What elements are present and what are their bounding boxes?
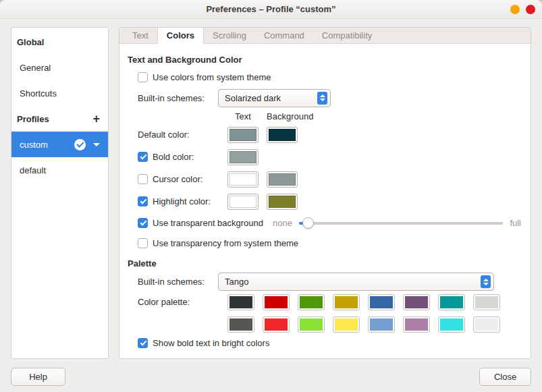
transparent-background-checkbox[interactable] — [138, 218, 148, 228]
palette-swatch[interactable] — [263, 294, 290, 310]
cursor-color-checkbox[interactable] — [138, 174, 148, 184]
window-controls — [510, 0, 535, 19]
sidebar-item-shortcuts[interactable]: Shortcuts — [11, 80, 108, 106]
show-bold-label: Show bold text in bright colors — [153, 338, 269, 348]
close-button[interactable]: Close — [479, 368, 531, 386]
palette-swatch[interactable] — [298, 316, 325, 333]
palette-swatch[interactable] — [403, 316, 430, 333]
cursor-color-row: Cursor color: — [138, 168, 521, 190]
chevron-up-icon — [483, 279, 489, 281]
profiles-header-label: Profiles — [17, 114, 49, 124]
swatch-fill — [440, 318, 463, 331]
palette-swatch[interactable] — [438, 294, 465, 310]
help-button[interactable]: Help — [11, 368, 65, 386]
slider-handle[interactable] — [302, 217, 314, 229]
highlight-color-row: Highlight color: — [138, 190, 521, 213]
profile-menu-caret-icon[interactable] — [93, 143, 100, 146]
system-transparency-label: Use transparency from system theme — [153, 238, 298, 248]
show-bold-row: Show bold text in bright colors — [138, 333, 521, 353]
palette-swatch[interactable] — [473, 316, 500, 333]
swatch-fill — [370, 296, 393, 308]
cursor-color-label: Cursor color: — [153, 174, 202, 184]
swatch-fill — [265, 296, 288, 308]
swatch-fill — [335, 318, 358, 331]
sidebar-item-default[interactable]: default — [11, 157, 108, 183]
palette-swatch[interactable] — [333, 294, 360, 310]
sidebar: Global General Shortcuts Profiles + cust… — [11, 27, 109, 359]
chevron-down-icon — [320, 99, 325, 101]
palette-schemes-row: Built-in schemes: Tango — [138, 271, 521, 293]
tab-bar: Text Colors Scrolling Command Compatibil… — [119, 28, 531, 44]
tab-scrolling[interactable]: Scrolling — [204, 28, 255, 43]
system-transparency-checkbox[interactable] — [138, 238, 148, 248]
chevron-down-icon — [483, 283, 489, 285]
bold-color-checkbox[interactable] — [138, 152, 148, 162]
default-text-color-swatch[interactable] — [227, 127, 259, 143]
transparent-background-label: Use transparent background — [153, 218, 263, 228]
color-palette-row: Color palette: — [138, 294, 521, 333]
swatch-fill — [229, 151, 256, 163]
tab-command[interactable]: Command — [255, 28, 313, 43]
palette-swatch[interactable] — [298, 294, 325, 310]
transparent-background-row: Use transparent background none full — [138, 213, 521, 233]
swatch-fill — [229, 318, 252, 331]
swatch-fill — [269, 196, 296, 208]
transparency-min-label: none — [273, 218, 292, 228]
builtin-schemes-select[interactable]: Solarized dark — [218, 89, 331, 107]
palette-swatch[interactable] — [368, 294, 395, 310]
highlight-color-checkbox[interactable] — [138, 196, 148, 206]
palette-swatch[interactable] — [227, 316, 254, 333]
color-column-headers: Text Background — [138, 109, 521, 123]
swatch-fill — [269, 173, 296, 186]
column-header-text: Text — [227, 111, 259, 121]
add-profile-button[interactable]: + — [92, 113, 100, 124]
titlebar[interactable]: Preferences – Profile “custom” — [0, 0, 542, 19]
column-header-background: Background — [267, 111, 313, 121]
palette-swatch[interactable] — [227, 294, 254, 310]
section-title-palette: Palette — [128, 257, 521, 271]
palette-swatch[interactable] — [368, 316, 395, 333]
transparency-slider[interactable] — [299, 217, 503, 229]
use-system-colors-checkbox[interactable] — [138, 72, 148, 82]
highlight-background-color-swatch[interactable] — [267, 194, 298, 210]
show-bold-checkbox[interactable] — [138, 338, 148, 348]
sidebar-header-profiles: Profiles + — [11, 106, 108, 132]
swatch-fill — [475, 318, 498, 331]
tab-text[interactable]: Text — [124, 28, 157, 43]
sidebar-item-custom[interactable]: custom — [11, 132, 108, 157]
chevron-up-icon — [320, 94, 325, 97]
minimize-icon[interactable] — [510, 5, 520, 14]
palette-swatch[interactable] — [403, 294, 430, 310]
tab-colors[interactable]: Colors — [157, 28, 204, 44]
swatch-fill — [440, 296, 463, 308]
default-background-color-swatch[interactable] — [267, 127, 298, 143]
slider-track[interactable] — [299, 222, 503, 225]
use-system-colors-row: Use colors from system theme — [138, 67, 521, 87]
swatch-fill — [229, 129, 256, 141]
section-title-text-bg: Text and Background Color — [128, 53, 521, 67]
swatch-fill — [229, 173, 256, 186]
cursor-background-color-swatch[interactable] — [267, 171, 298, 188]
tab-compatibility[interactable]: Compatibility — [313, 28, 381, 43]
palette-swatch[interactable] — [438, 316, 465, 333]
palette-schemes-select[interactable]: Tango — [218, 273, 494, 291]
close-window-icon[interactable] — [526, 5, 535, 14]
builtin-schemes-label: Built-in schemes: — [138, 93, 218, 103]
window-title: Preferences – Profile “custom” — [206, 4, 335, 14]
main-panel: Text Colors Scrolling Command Compatibil… — [119, 27, 531, 359]
swatch-fill — [405, 296, 428, 308]
swatch-fill — [335, 296, 358, 308]
palette-swatch[interactable] — [263, 316, 290, 333]
active-profile-check-icon — [74, 139, 86, 150]
cursor-text-color-swatch[interactable] — [227, 171, 259, 188]
sidebar-item-general[interactable]: General — [11, 55, 108, 80]
palette-swatch[interactable] — [333, 316, 360, 333]
bold-color-swatch[interactable] — [227, 149, 259, 165]
colors-tab-content: Text and Background Color Use colors fro… — [119, 44, 531, 353]
builtin-schemes-value: Solarized dark — [225, 93, 317, 103]
highlight-text-color-swatch[interactable] — [227, 194, 259, 210]
swatch-fill — [269, 129, 296, 141]
combo-spinner-icon — [317, 92, 327, 105]
transparency-max-label: full — [510, 218, 521, 228]
palette-swatch[interactable] — [473, 294, 500, 310]
